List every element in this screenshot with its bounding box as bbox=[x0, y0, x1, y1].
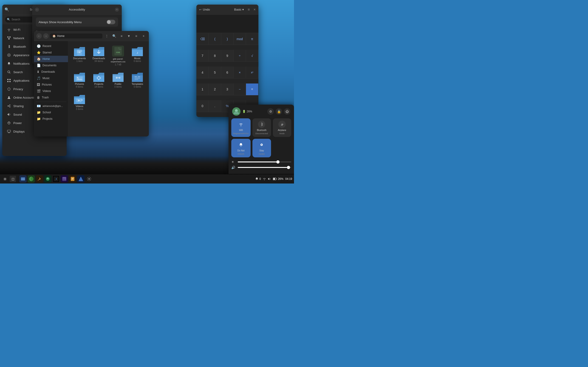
calc-btn-8[interactable]: 8 bbox=[209, 50, 221, 62]
qs-tile-stay-awake[interactable]: Stay Awake bbox=[252, 139, 271, 157]
volume-indicator[interactable] bbox=[268, 177, 271, 181]
calc-btn-divide[interactable]: ÷ bbox=[233, 50, 246, 62]
close-calc-btn[interactable]: × bbox=[254, 8, 256, 12]
file-item-gde[interactable]: CSS gde-panel-experiment.css 1.7 kB bbox=[109, 44, 127, 68]
taskbar-app-tools[interactable] bbox=[36, 175, 43, 183]
close-filemanager-btn[interactable]: × bbox=[141, 33, 147, 39]
calculator-titlebar: ↩ Undo Basic ▾ ≡ × bbox=[196, 5, 258, 15]
folder-documents-icon: ≡ bbox=[73, 46, 86, 57]
taskbar-app-settings[interactable] bbox=[86, 175, 93, 183]
nav-label-bluetooth: Bluetooth bbox=[13, 45, 26, 48]
calc-btn-6[interactable]: 6 bbox=[221, 67, 233, 78]
undo-icon[interactable]: ↩ bbox=[199, 8, 201, 11]
sidebar-item-projects-bookmark[interactable]: 📁 Projects bbox=[34, 116, 68, 122]
sidebar-item-pictures[interactable]: 🖼 Pictures bbox=[34, 81, 68, 88]
email-label: adrianvovk@gm... bbox=[43, 105, 63, 107]
calc-btn-squared[interactable]: x² bbox=[246, 67, 258, 78]
forward-btn[interactable]: → bbox=[43, 33, 49, 39]
qs-lock-btn[interactable]: 🔒 bbox=[276, 108, 282, 115]
qs-tile-bluetooth[interactable]: Bluetooth Disconnected bbox=[252, 118, 271, 137]
more-options-btn[interactable]: ⋮ bbox=[104, 33, 110, 39]
brightness-fill bbox=[238, 161, 278, 162]
calc-btn-pi[interactable]: π bbox=[246, 33, 258, 45]
calc-btn-5[interactable]: 5 bbox=[209, 67, 221, 78]
file-item-documents[interactable]: ≡ Documents 1 item bbox=[71, 44, 88, 68]
sidebar-item-music[interactable]: 🎵 Music bbox=[34, 75, 68, 81]
airplane-tile-sub: Mode bbox=[279, 132, 285, 135]
file-item-templates[interactable]: Templates 0 items bbox=[129, 69, 146, 90]
sidebar-item-school[interactable]: 📁 School bbox=[34, 109, 68, 116]
public-file-meta: 0 items bbox=[114, 85, 122, 88]
back-btn[interactable]: ← bbox=[36, 33, 42, 39]
battery-indicator[interactable]: 26% bbox=[273, 177, 284, 181]
qs-tile-wifi[interactable]: Wifi Registered4OSU bbox=[231, 118, 251, 137]
file-item-videos[interactable]: Videos 3 items bbox=[71, 92, 88, 112]
view-list-btn[interactable]: ▼ bbox=[126, 33, 132, 39]
wifi-indicator[interactable] bbox=[263, 177, 266, 181]
calc-btn-sqrt[interactable]: √ bbox=[246, 50, 258, 62]
calc-btn-dot[interactable]: . bbox=[209, 100, 221, 112]
file-item-projects[interactable]: Projects 18 items bbox=[90, 69, 107, 90]
calc-btn-equals[interactable]: = bbox=[246, 83, 258, 95]
location-bar[interactable]: 🏠 Home bbox=[50, 33, 103, 39]
taskbar-app-terminal[interactable]: _$ bbox=[52, 175, 60, 183]
calc-btn-7[interactable]: 7 bbox=[196, 50, 209, 62]
sidebar-panel: 🕐 Recent ⭐ Starred 🏠 Home 📄 Documents ⬇ bbox=[34, 41, 68, 136]
file-item-public[interactable]: Public 0 items bbox=[109, 69, 127, 90]
close-accessibility-btn[interactable]: × bbox=[115, 8, 119, 12]
taskbar-app-files[interactable] bbox=[19, 175, 27, 183]
search-btn[interactable]: 🔍 bbox=[111, 33, 117, 39]
sidebar-item-starred[interactable]: ⭐ Starred bbox=[34, 49, 68, 56]
sidebar-item-documents[interactable]: 📄 Documents bbox=[34, 62, 68, 69]
sidebar-item-email[interactable]: 📧 adrianvovk@gm... bbox=[34, 103, 68, 109]
taskbar: ⊞ ◫ _$ bbox=[0, 174, 294, 184]
calc-btn-mod[interactable]: mod bbox=[233, 33, 246, 45]
qs-power-btn[interactable]: ⏻ bbox=[284, 108, 290, 115]
sidebar-item-recent[interactable]: 🕐 Recent bbox=[34, 43, 68, 49]
sidebar-item-trash[interactable]: 🗑 Trash bbox=[34, 94, 68, 101]
clock[interactable]: 04:19 bbox=[285, 177, 292, 181]
calc-menu-btn[interactable]: ≡ bbox=[248, 8, 250, 12]
calc-btn-multiply[interactable]: × bbox=[233, 67, 246, 78]
calc-mode[interactable]: Basic ▾ bbox=[234, 8, 244, 11]
accessibility-back-btn[interactable]: ← bbox=[35, 8, 39, 12]
svg-rect-54 bbox=[21, 179, 25, 179]
taskbar-workspace-btn[interactable]: ◫ bbox=[10, 176, 16, 182]
taskbar-app-calculator[interactable] bbox=[61, 175, 68, 183]
calc-btn-2[interactable]: 2 bbox=[209, 83, 221, 95]
calc-btn-close-paren[interactable]: ) bbox=[221, 33, 233, 45]
calc-btn-open-paren[interactable]: ( bbox=[209, 33, 221, 45]
calc-btn-backspace[interactable]: ⌫ bbox=[196, 33, 209, 45]
sidebar-item-videos[interactable]: 🎬 Videos bbox=[34, 88, 68, 94]
file-item-music[interactable]: ♪ Music 0 items bbox=[129, 44, 146, 68]
always-show-menu-toggle[interactable] bbox=[107, 20, 115, 24]
public-file-name: Public bbox=[115, 82, 121, 85]
sidebar-item-home[interactable]: 🏠 Home bbox=[34, 56, 68, 62]
calc-btn-3[interactable]: 3 bbox=[221, 83, 233, 95]
taskbar-app-update[interactable] bbox=[44, 175, 52, 183]
brightness-slider[interactable] bbox=[238, 161, 291, 162]
qs-settings-btn[interactable]: ⚙ bbox=[267, 108, 274, 115]
svg-point-70 bbox=[88, 178, 90, 180]
appearance-icon bbox=[7, 53, 11, 57]
file-item-pictures[interactable]: Pictures 8 items bbox=[71, 69, 88, 90]
calc-btn-4[interactable]: 4 bbox=[196, 67, 209, 78]
taskbar-app-browser[interactable] bbox=[27, 175, 35, 183]
volume-slider[interactable] bbox=[238, 167, 291, 168]
taskbar-app-notes[interactable] bbox=[69, 175, 76, 183]
qs-tile-airplane[interactable]: Airplane Mode bbox=[273, 118, 291, 137]
nav-label-appearance: Appearance bbox=[13, 53, 29, 57]
view-toggle-btn[interactable]: ≡ bbox=[119, 33, 124, 39]
calc-btn-minus[interactable]: − bbox=[233, 83, 246, 95]
sidebar-item-downloads[interactable]: ⬇ Downloads bbox=[34, 69, 68, 75]
qs-tile-dnd[interactable]: Do Not Disturb bbox=[231, 139, 251, 157]
calc-btn-1[interactable]: 1 bbox=[196, 83, 209, 95]
menu-btn[interactable]: ≡ bbox=[133, 33, 139, 39]
calc-btn-9[interactable]: 9 bbox=[221, 50, 233, 62]
taskbar-app-browser2[interactable] bbox=[77, 175, 85, 183]
taskbar-grid-btn[interactable]: ⊞ bbox=[2, 176, 8, 182]
file-item-downloads[interactable]: Downloads 34 items bbox=[90, 44, 107, 68]
search-icon-settings[interactable]: 🔍 bbox=[5, 8, 9, 11]
calc-btn-0[interactable]: 0 bbox=[196, 100, 209, 112]
notifications-indicator[interactable]: 0 bbox=[255, 177, 261, 181]
